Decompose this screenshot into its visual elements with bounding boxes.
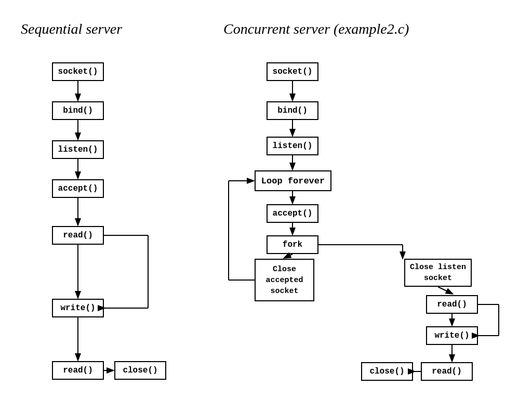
con-close-listen-box: Close listensocket: [404, 259, 472, 287]
con-close2-box: close(): [361, 362, 413, 381]
con-accept-box: accept(): [267, 204, 318, 223]
svg-line-18: [438, 287, 452, 294]
seq-close-box: close(): [114, 361, 166, 380]
seq-read-box: read(): [52, 226, 104, 245]
seq-socket-box: socket(): [52, 62, 104, 81]
seq-accept-box: accept(): [52, 179, 104, 198]
seq-read2-box: read(): [52, 361, 104, 380]
con-read2-box: read(): [421, 362, 473, 381]
con-bind-box: bind(): [267, 101, 318, 120]
concurrent-title: Concurrent server (example2.c): [223, 21, 409, 37]
seq-listen-box: listen(): [52, 140, 104, 159]
diagram-container: Sequential server Concurrent server (exa…: [0, 0, 532, 399]
sequential-title: Sequential server: [21, 21, 122, 37]
con-fork-box: fork: [267, 235, 318, 254]
con-listen-box: listen(): [267, 137, 318, 155]
seq-write-box: write(): [52, 299, 104, 317]
seq-bind-box: bind(): [52, 101, 104, 120]
con-socket-box: socket(): [267, 62, 318, 81]
con-read-box: read(): [426, 295, 478, 314]
con-write-box: write(): [426, 326, 478, 345]
svg-line-15: [285, 254, 292, 258]
con-loop-box: Loop forever: [255, 170, 331, 191]
con-close-accepted-box: Closeacceptedsocket: [255, 259, 314, 301]
